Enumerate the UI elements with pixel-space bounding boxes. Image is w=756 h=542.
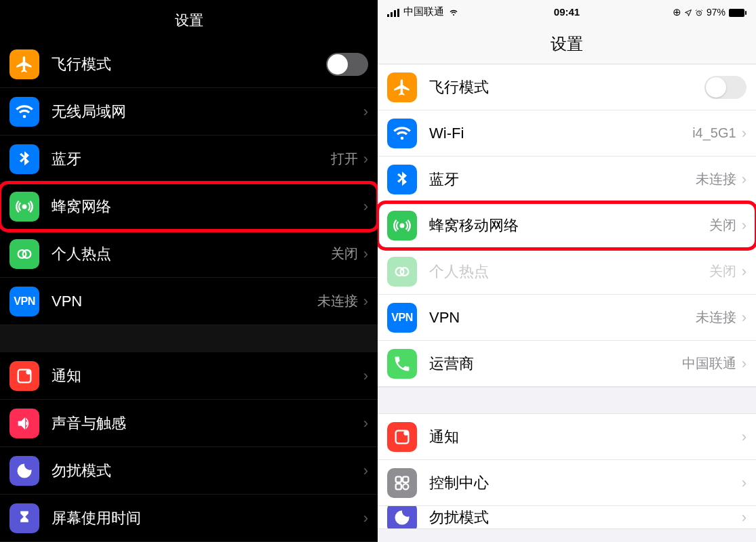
row-hotspot[interactable]: 个人热点 关闭 › bbox=[0, 230, 378, 278]
airplane-toggle[interactable] bbox=[326, 53, 368, 76]
control-center-label: 控制中心 bbox=[429, 473, 742, 493]
row-vpn[interactable]: VPN VPN 未连接 › bbox=[378, 295, 756, 341]
airplane-icon bbox=[9, 49, 39, 79]
battery-icon bbox=[729, 6, 747, 18]
row-sound[interactable]: 声音与触感 › bbox=[0, 400, 378, 447]
bluetooth-label: 蓝牙 bbox=[429, 169, 696, 190]
group-spacer bbox=[0, 325, 378, 352]
vpn-label: VPN bbox=[52, 293, 317, 310]
page-title: 设置 bbox=[378, 24, 756, 64]
airplane-label: 飞行模式 bbox=[429, 77, 704, 98]
cellular-label: 蜂窝网络 bbox=[52, 196, 363, 217]
chevron-right-icon: › bbox=[742, 355, 747, 373]
wifi-label: Wi-Fi bbox=[429, 125, 692, 142]
row-screentime[interactable]: 屏幕使用时间 › bbox=[0, 495, 378, 542]
hourglass-icon bbox=[9, 503, 39, 533]
row-notifications[interactable]: 通知 › bbox=[378, 414, 756, 460]
bluetooth-label: 蓝牙 bbox=[52, 149, 331, 169]
battery-pct: 97% bbox=[707, 7, 725, 18]
page-title-label: 设置 bbox=[551, 33, 583, 55]
group-spacer bbox=[378, 387, 756, 414]
bluetooth-icon bbox=[387, 165, 417, 194]
chevron-right-icon: › bbox=[742, 217, 747, 234]
wifi-icon bbox=[9, 97, 39, 127]
alarm-icon bbox=[695, 6, 703, 18]
chevron-right-icon: › bbox=[363, 509, 368, 527]
chevron-right-icon: › bbox=[742, 428, 747, 446]
chevron-right-icon: › bbox=[363, 367, 368, 385]
row-dnd[interactable]: 勿扰模式 › bbox=[378, 506, 756, 529]
wifi-icon bbox=[387, 119, 417, 148]
hotspot-value: 关闭 bbox=[331, 245, 358, 263]
hotspot-icon bbox=[9, 239, 39, 269]
dnd-label: 勿扰模式 bbox=[52, 461, 363, 481]
chevron-right-icon: › bbox=[742, 509, 747, 526]
antenna-icon bbox=[387, 211, 417, 241]
wifi-status-icon bbox=[448, 6, 459, 18]
chevron-right-icon: › bbox=[363, 462, 368, 480]
control-center-icon bbox=[387, 468, 417, 498]
notifications-icon bbox=[387, 422, 417, 452]
svg-rect-15 bbox=[396, 476, 401, 482]
location-icon bbox=[684, 6, 692, 18]
row-hotspot[interactable]: 个人热点 关闭 › bbox=[378, 249, 756, 295]
page-title-label: 设置 bbox=[175, 11, 203, 30]
cellular-label: 蜂窝移动网络 bbox=[429, 215, 709, 236]
chevron-right-icon: › bbox=[363, 293, 368, 310]
row-carrier[interactable]: 运营商 中国联通 › bbox=[378, 341, 756, 387]
row-airplane-mode[interactable]: 飞行模式 bbox=[0, 41, 378, 88]
row-vpn[interactable]: VPN VPN 未连接 › bbox=[0, 278, 378, 325]
sound-label: 声音与触感 bbox=[52, 413, 363, 434]
row-control-center[interactable]: 控制中心 › bbox=[378, 460, 756, 506]
antenna-icon bbox=[9, 192, 39, 222]
hotspot-label: 个人热点 bbox=[429, 262, 709, 282]
settings-light: 中国联通 09:41 ⊕ 97% 设置 飞行模式 bbox=[378, 0, 756, 542]
row-dnd[interactable]: 勿扰模式 › bbox=[0, 447, 378, 495]
clock: 09:41 bbox=[554, 6, 580, 18]
row-airplane-mode[interactable]: 飞行模式 bbox=[378, 64, 756, 110]
vpn-icon: VPN bbox=[387, 303, 417, 333]
airplane-label: 飞行模式 bbox=[52, 54, 326, 75]
status-bar: 中国联通 09:41 ⊕ 97% bbox=[378, 0, 756, 24]
hotspot-label: 个人热点 bbox=[52, 244, 331, 264]
bluetooth-value: 打开 bbox=[331, 150, 358, 168]
row-cellular[interactable]: 蜂窝网络 › bbox=[0, 183, 378, 230]
speaker-icon bbox=[9, 409, 39, 438]
moon-icon bbox=[387, 506, 417, 529]
row-wifi[interactable]: Wi-Fi i4_5G1 › bbox=[378, 110, 756, 157]
settings-dark: 设置 飞行模式 无线局域网 › 蓝牙 打开 › bbox=[0, 0, 378, 542]
dnd-label: 勿扰模式 bbox=[429, 507, 742, 528]
hotspot-value: 关闭 bbox=[709, 262, 736, 280]
chevron-right-icon: › bbox=[742, 125, 747, 142]
vpn-label: VPN bbox=[429, 309, 696, 327]
chevron-right-icon: › bbox=[742, 474, 747, 492]
moon-icon bbox=[9, 456, 39, 486]
svg-point-18 bbox=[403, 484, 408, 489]
lock-icon: ⊕ bbox=[673, 6, 681, 18]
carrier-name: 中国联通 bbox=[403, 5, 444, 18]
row-bluetooth[interactable]: 蓝牙 未连接 › bbox=[378, 157, 756, 203]
airplane-icon bbox=[387, 72, 417, 102]
svg-rect-4 bbox=[387, 14, 389, 17]
svg-rect-7 bbox=[397, 9, 399, 17]
row-wifi[interactable]: 无线局域网 › bbox=[0, 88, 378, 136]
cellular-value: 关闭 bbox=[709, 216, 736, 234]
hotspot-icon bbox=[387, 257, 417, 287]
svg-rect-5 bbox=[391, 12, 393, 17]
svg-point-3 bbox=[26, 369, 31, 374]
svg-rect-6 bbox=[394, 10, 396, 17]
chevron-right-icon: › bbox=[363, 198, 368, 215]
row-cellular[interactable]: 蜂窝移动网络 关闭 › bbox=[378, 203, 756, 249]
row-notifications[interactable]: 通知 › bbox=[0, 352, 378, 400]
vpn-value: 未连接 bbox=[317, 292, 358, 310]
page-title: 设置 bbox=[0, 0, 378, 41]
signal-bars-icon bbox=[387, 6, 399, 18]
vpn-value: 未连接 bbox=[696, 308, 736, 327]
airplane-toggle[interactable] bbox=[704, 76, 747, 99]
notifications-label: 通知 bbox=[52, 366, 363, 386]
screentime-label: 屏幕使用时间 bbox=[52, 508, 363, 528]
chevron-right-icon: › bbox=[742, 171, 747, 188]
carrier-label: 运营商 bbox=[429, 354, 682, 374]
svg-rect-16 bbox=[403, 476, 408, 482]
row-bluetooth[interactable]: 蓝牙 打开 › bbox=[0, 136, 378, 183]
